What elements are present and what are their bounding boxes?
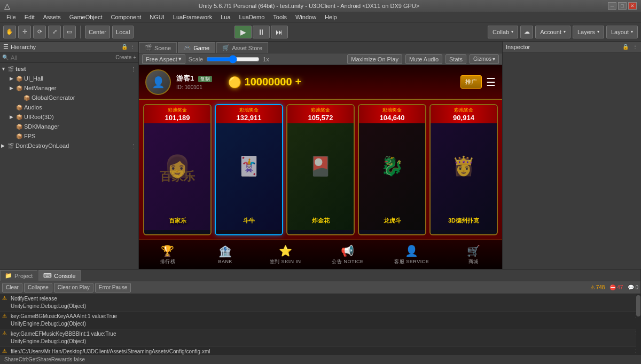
tab-game[interactable]: 🎮 Game <box>178 42 215 53</box>
game-tabs: 🎬 Scene 🎮 Game 🛒 Asset Store <box>139 42 502 53</box>
game-card-3d-texas[interactable]: 彩池奖金 90,914 👸 3D德州扑克 <box>429 104 498 235</box>
play-button[interactable]: ▶ <box>234 26 252 38</box>
log-entry-2[interactable]: ⚠ key:GameBGMusicKeyAAAAInt:1 value:True… <box>0 312 640 329</box>
copy-tag[interactable]: 复制 <box>198 76 212 82</box>
error-pause-button[interactable]: Error Pause <box>95 283 131 292</box>
hierarchy-item-fps[interactable]: 📦 FPS <box>0 131 138 141</box>
hierarchy-search-input[interactable] <box>11 54 113 61</box>
hand-tool-button[interactable]: ✋ <box>3 26 16 38</box>
game-menu-icon[interactable]: ☰ <box>486 76 496 89</box>
hierarchy-item-test[interactable]: ▼ 🎬 test ⋮ <box>0 64 138 74</box>
tab-scene[interactable]: 🎬 Scene <box>139 42 177 53</box>
console-scrollbar-thumb[interactable] <box>636 295 640 316</box>
move-tool-button[interactable]: ✛ <box>18 26 31 38</box>
inspector-lock-icon[interactable]: 🔒 <box>622 44 629 50</box>
collapse-arrow-icon: ▶ <box>10 76 16 81</box>
console-tab-icon: ⌨ <box>43 272 52 279</box>
clear-on-play-button[interactable]: Clear on Play <box>54 283 93 292</box>
window-controls: ─ □ ✕ <box>608 2 637 10</box>
game-card-zhajinhua[interactable]: 彩池奖金 105,572 🎴 炸金花 <box>286 104 355 235</box>
layers-dropdown-arrow: ▾ <box>597 29 599 34</box>
store-tab-icon: 🛒 <box>222 44 230 51</box>
log-entry-1[interactable]: ⚠ NotifyEvent releaseUnityEngine.Debug:L… <box>0 294 640 312</box>
promote-button[interactable]: 推广 <box>460 75 482 89</box>
menu-component[interactable]: Component <box>106 12 145 22</box>
center-button[interactable]: Center <box>85 26 110 38</box>
pause-button[interactable]: ⏸ <box>253 26 270 38</box>
rotate-tool-button[interactable]: ⟳ <box>33 26 46 38</box>
collapse-arrow-icon: ▶ <box>10 114 16 120</box>
console-tab-label: Console <box>54 273 75 279</box>
jackpot-amount-3: 105,572 <box>308 114 333 122</box>
account-button[interactable]: Account ▾ <box>535 26 570 38</box>
step-button[interactable]: ⏭ <box>271 26 288 38</box>
hierarchy-item-ui-hall[interactable]: ▶ 📦 UI_Hall <box>0 74 138 83</box>
maximize-button[interactable]: □ <box>618 2 627 10</box>
log-icon-header: 💬 <box>628 284 634 290</box>
local-label: Local <box>116 29 130 35</box>
signin-label: 签到 SIGN IN <box>270 258 301 265</box>
hierarchy-item-options-2[interactable]: ⋮ <box>131 143 136 149</box>
menu-luademo[interactable]: LuaDemo <box>235 12 269 22</box>
menu-file[interactable]: File <box>2 12 20 22</box>
game-card-douniu[interactable]: 彩池奖金 132,911 🃏 斗牛 <box>215 104 283 235</box>
minimize-button[interactable]: ─ <box>608 2 616 10</box>
rect-tool-button[interactable]: ▭ <box>63 26 76 38</box>
tab-asset-store[interactable]: 🛒 Asset Store <box>216 42 268 53</box>
game-card-baccarat[interactable]: 彩池奖金 101,189 百家乐 百家乐 👩 <box>143 104 212 235</box>
menu-luaframework[interactable]: LuaFramework <box>169 12 216 22</box>
username-text: 游客1 <box>176 74 194 82</box>
log-entry-4[interactable]: ⚠ file://C:/Users/Mr.Han/Desktop/U3DClie… <box>0 347 640 354</box>
separator-1 <box>80 26 81 38</box>
menu-ngui[interactable]: NGUI <box>145 12 169 22</box>
gameobject-icon: 📦 <box>16 76 22 82</box>
maximize-on-play-label: Maximize On Play <box>351 56 398 62</box>
stats-button[interactable]: Stats <box>445 54 466 64</box>
nav-ranking[interactable]: 🏆 排行榜 <box>154 244 181 265</box>
scale-tool-button[interactable]: ⤢ <box>48 26 61 38</box>
hierarchy-item-dontdestroy[interactable]: ▶ 🎬 DontDestroyOnLoad ⋮ <box>0 141 138 151</box>
menu-tools[interactable]: Tools <box>269 12 291 22</box>
hierarchy-item-globalgen[interactable]: 📦 GlobalGenerator <box>0 93 138 102</box>
game-card-longhudou[interactable]: 彩池奖金 104,640 🐉 龙虎斗 <box>358 104 426 235</box>
nav-service[interactable]: 👤 客服 SERVICE <box>394 244 429 265</box>
hierarchy-item-options[interactable]: ⋮ <box>131 66 136 72</box>
hierarchy-item-uiroot[interactable]: ▶ 📦 UIRoot(3D) <box>0 112 138 122</box>
clear-button[interactable]: Clear <box>2 283 22 292</box>
cloud-button[interactable]: ☁ <box>520 26 533 38</box>
inspector-content <box>503 52 641 269</box>
mute-audio-button[interactable]: Mute Audio <box>405 54 442 64</box>
hierarchy-item-audios[interactable]: 📦 Audios <box>0 102 138 112</box>
menu-window[interactable]: Window <box>291 12 320 22</box>
nav-signin[interactable]: ⭐ 签到 SIGN IN <box>270 244 301 265</box>
gizmos-button[interactable]: Gizmos ▾ <box>470 54 499 64</box>
collapse-button[interactable]: Collapse <box>24 283 52 292</box>
menu-gameobject[interactable]: GameObject <box>65 12 107 22</box>
menu-lua[interactable]: Lua <box>216 12 234 22</box>
layout-button[interactable]: Layout ▾ <box>606 26 638 38</box>
inspector-menu-icon[interactable]: ⋮ <box>632 44 638 50</box>
scale-slider[interactable] <box>206 55 260 64</box>
menu-edit[interactable]: Edit <box>20 12 39 22</box>
tab-console[interactable]: ⌨ Console <box>38 270 80 281</box>
collab-button[interactable]: Collab ▾ <box>488 26 518 38</box>
log-entry-3[interactable]: ⚠ key:GameEFMusicKeyBBBBInt:1 value:True… <box>0 329 640 347</box>
free-aspect-button[interactable]: Free Aspect ▾ <box>142 54 185 64</box>
menu-assets[interactable]: Assets <box>39 12 65 22</box>
tab-project[interactable]: 📁 Project <box>0 270 37 281</box>
hierarchy-menu-icon[interactable]: ⋮ <box>130 44 135 50</box>
jackpot-label-1: 彩池奖金 <box>168 107 187 114</box>
maximize-on-play-button[interactable]: Maximize On Play <box>347 54 402 64</box>
gameobject-icon: 📦 <box>24 95 30 101</box>
close-button[interactable]: ✕ <box>628 2 637 10</box>
create-label[interactable]: Create + <box>115 54 136 60</box>
hierarchy-item-sdkmanager[interactable]: 📦 SDKManager <box>0 122 138 131</box>
nav-shop[interactable]: 🛒 商城 <box>460 244 487 265</box>
layers-button[interactable]: Layers ▾ <box>573 26 604 38</box>
item-label: UIRoot(3D) <box>24 114 54 120</box>
nav-notice[interactable]: 📢 公告 NOTICE <box>332 244 363 265</box>
local-button[interactable]: Local <box>112 26 134 38</box>
menu-help[interactable]: Help <box>320 12 341 22</box>
hierarchy-item-netmanager[interactable]: ▶ 📦 NetManager <box>0 83 138 93</box>
nav-bank[interactable]: 🏦 BANK <box>212 245 239 264</box>
